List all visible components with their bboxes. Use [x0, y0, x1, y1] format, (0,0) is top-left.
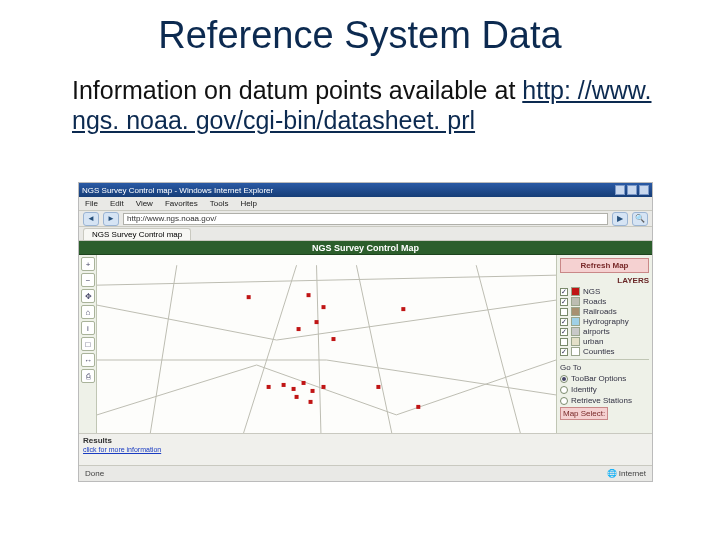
- menu-tools[interactable]: Tools: [210, 199, 229, 208]
- checkbox-icon[interactable]: ✓: [560, 318, 568, 326]
- svg-rect-15: [416, 405, 420, 409]
- svg-rect-4: [297, 327, 301, 331]
- radio-toolbar[interactable]: TooBar Options: [560, 374, 649, 383]
- checkbox-icon[interactable]: ✓: [560, 348, 568, 356]
- menu-bar: File Edit View Favorites Tools Help: [79, 197, 652, 211]
- layer-counties[interactable]: ✓Counties: [560, 347, 649, 356]
- search-icon[interactable]: 🔍: [632, 212, 648, 226]
- slide-title: Reference System Data: [0, 14, 720, 57]
- menu-favorites[interactable]: Favorites: [165, 199, 198, 208]
- go-button[interactable]: ▶: [612, 212, 628, 226]
- zoom-in-icon[interactable]: +: [81, 257, 95, 271]
- results-link[interactable]: click for more information: [83, 446, 161, 453]
- window-controls: [615, 185, 649, 195]
- svg-rect-9: [292, 387, 296, 391]
- svg-rect-5: [331, 337, 335, 341]
- status-right: 🌐 Internet: [607, 469, 646, 478]
- full-extent-icon[interactable]: ⌂: [81, 305, 95, 319]
- results-panel: Results click for more information: [79, 433, 652, 465]
- results-title: Results: [83, 436, 648, 445]
- body-lead: Information on datum points available at: [72, 76, 515, 104]
- window-titlebar: NGS Survey Control map - Windows Interne…: [79, 183, 652, 197]
- layer-urban[interactable]: urban: [560, 337, 649, 346]
- browser-screenshot: NGS Survey Control map - Windows Interne…: [78, 182, 653, 482]
- back-button[interactable]: ◄: [83, 212, 99, 226]
- layer-hydrography[interactable]: ✓Hydrography: [560, 317, 649, 326]
- pan-icon[interactable]: ✥: [81, 289, 95, 303]
- minimize-icon[interactable]: [615, 185, 625, 195]
- slide-body: Information on datum points available at…: [72, 75, 702, 135]
- map-select-button[interactable]: Map Select:: [560, 407, 608, 420]
- tab-strip: NGS Survey Control map: [79, 227, 652, 241]
- svg-rect-2: [322, 305, 326, 309]
- svg-rect-0: [247, 295, 251, 299]
- maximize-icon[interactable]: [627, 185, 637, 195]
- checkbox-icon[interactable]: [560, 308, 568, 316]
- close-icon[interactable]: [639, 185, 649, 195]
- svg-rect-13: [309, 400, 313, 404]
- zoom-out-icon[interactable]: −: [81, 273, 95, 287]
- radio-retrieve[interactable]: Retrieve Stations: [560, 396, 649, 405]
- internet-icon: 🌐: [607, 469, 617, 478]
- svg-rect-16: [295, 395, 299, 399]
- menu-file[interactable]: File: [85, 199, 98, 208]
- radio-identify[interactable]: Identify: [560, 385, 649, 394]
- checkbox-icon[interactable]: ✓: [560, 298, 568, 306]
- checkbox-icon[interactable]: ✓: [560, 288, 568, 296]
- window-title-text: NGS Survey Control map - Windows Interne…: [82, 186, 273, 195]
- print-icon[interactable]: ⎙: [81, 369, 95, 383]
- layer-ngs[interactable]: ✓NGS: [560, 287, 649, 296]
- status-bar: Done 🌐 Internet: [79, 465, 652, 481]
- checkbox-icon[interactable]: ✓: [560, 328, 568, 336]
- svg-rect-6: [401, 307, 405, 311]
- refresh-map-button[interactable]: Refresh Map: [560, 258, 649, 273]
- svg-rect-3: [315, 320, 319, 324]
- app-header: NGS Survey Control Map: [79, 241, 652, 255]
- checkbox-icon[interactable]: [560, 338, 568, 346]
- svg-rect-10: [302, 381, 306, 385]
- address-bar-row: ◄ ► http://www.ngs.noaa.gov/ ▶ 🔍: [79, 211, 652, 227]
- layer-roads[interactable]: ✓Roads: [560, 297, 649, 306]
- select-icon[interactable]: □: [81, 337, 95, 351]
- menu-edit[interactable]: Edit: [110, 199, 124, 208]
- menu-help[interactable]: Help: [240, 199, 256, 208]
- status-left: Done: [85, 469, 104, 478]
- layer-airports[interactable]: ✓airports: [560, 327, 649, 336]
- svg-rect-1: [307, 293, 311, 297]
- browser-tab[interactable]: NGS Survey Control map: [83, 228, 191, 240]
- address-field[interactable]: http://www.ngs.noaa.gov/: [123, 213, 608, 225]
- svg-rect-11: [311, 389, 315, 393]
- app-content: NGS Survey Control Map + − ✥ ⌂ i □ ↔ ⎙: [79, 241, 652, 465]
- svg-rect-12: [322, 385, 326, 389]
- goto-label: Go To: [560, 363, 649, 372]
- layer-railroads[interactable]: Railroads: [560, 307, 649, 316]
- menu-view[interactable]: View: [136, 199, 153, 208]
- forward-button[interactable]: ►: [103, 212, 119, 226]
- identify-icon[interactable]: i: [81, 321, 95, 335]
- measure-icon[interactable]: ↔: [81, 353, 95, 367]
- svg-rect-14: [376, 385, 380, 389]
- layers-heading: LAYERS: [560, 276, 649, 285]
- svg-rect-7: [267, 385, 271, 389]
- svg-rect-8: [282, 383, 286, 387]
